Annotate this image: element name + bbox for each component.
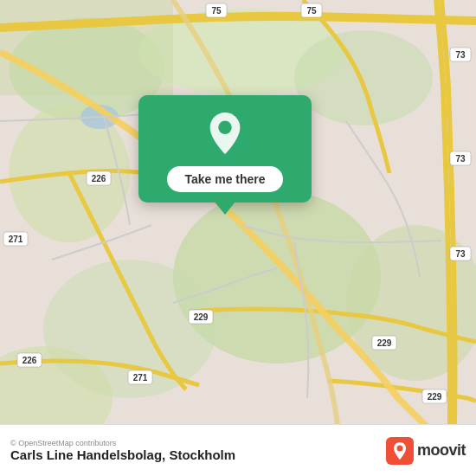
location-label: Carls Line Handelsbolag, Stockholm	[10, 447, 235, 462]
bottom-left-info: © OpenStreetMap contributors Carls Line …	[10, 439, 235, 462]
svg-text:75: 75	[211, 6, 222, 16]
svg-rect-3	[0, 0, 173, 95]
svg-text:229: 229	[194, 312, 209, 322]
svg-point-36	[396, 445, 402, 451]
svg-point-35	[218, 121, 231, 134]
svg-text:229: 229	[428, 392, 442, 402]
svg-point-4	[294, 30, 433, 125]
svg-text:226: 226	[23, 356, 37, 365]
map-background: 75 75 73 73 73 226 271 229 229 229 271 2…	[0, 0, 476, 424]
bottom-bar: © OpenStreetMap contributors Carls Line …	[0, 424, 476, 476]
map-attribution: © OpenStreetMap contributors	[10, 439, 235, 447]
svg-text:226: 226	[92, 174, 106, 183]
svg-text:73: 73	[455, 249, 466, 259]
svg-text:271: 271	[133, 373, 148, 383]
moovit-m-icon	[386, 437, 414, 465]
popup-card: Take me there	[138, 95, 312, 203]
location-pin-icon	[204, 111, 246, 159]
map-container[interactable]: 75 75 73 73 73 226 271 229 229 229 271 2…	[0, 0, 476, 424]
svg-text:271: 271	[9, 235, 23, 244]
take-me-there-button[interactable]: Take me there	[167, 166, 282, 192]
svg-text:73: 73	[455, 154, 466, 164]
svg-text:73: 73	[455, 50, 466, 60]
svg-text:75: 75	[306, 6, 317, 16]
moovit-icon	[386, 437, 414, 465]
moovit-logo: moovit	[386, 437, 466, 465]
svg-text:229: 229	[377, 338, 392, 348]
moovit-brand-text: moovit	[417, 441, 466, 460]
